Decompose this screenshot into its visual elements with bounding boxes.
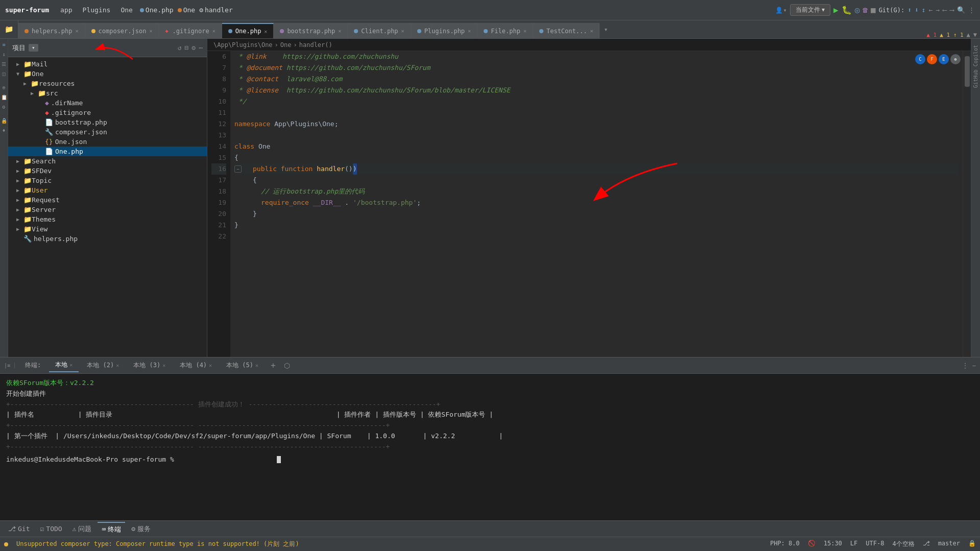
menu-app[interactable]: app [60, 6, 72, 14]
back-icon[interactable]: ← [929, 6, 933, 14]
coverage-icon[interactable]: ◎ [855, 5, 860, 15]
local3-close[interactable]: ✕ [162, 363, 165, 368]
scrollbar[interactable] [963, 51, 971, 357]
tool-tab-issues[interactable]: ⚠ 问题 [68, 522, 96, 536]
tool-tab-todo[interactable]: ☑ TODO [36, 523, 66, 535]
filetree-dropdown[interactable]: ▾ [29, 44, 38, 52]
tool-tab-services[interactable]: ⚙ 服务 [127, 522, 155, 536]
helpers-close[interactable]: ✕ [75, 28, 78, 34]
scrollbar-thumb[interactable] [965, 56, 970, 87]
vertical-icon7[interactable]: ⚙ [2, 104, 5, 110]
add-terminal-icon[interactable]: + [267, 361, 280, 370]
tab-bootstrap[interactable]: bootstrap.php ✕ [274, 23, 348, 38]
vertical-icon6[interactable]: 📋 [1, 94, 7, 100]
tab-onephp[interactable]: One.php ✕ [222, 23, 274, 38]
terminal-input[interactable] [174, 456, 276, 463]
tab-gitignore[interactable]: ◆ .gitignore ✕ [159, 23, 222, 38]
tab-local2[interactable]: 本地 (2) ✕ [81, 359, 125, 372]
tab-local5[interactable]: 本地 (5) ✕ [220, 359, 265, 372]
tab-client[interactable]: Client.php ✕ [348, 23, 411, 38]
other-icon[interactable]: ⊕ [950, 54, 961, 64]
more-tabs-icon[interactable]: ▾ [600, 26, 612, 33]
tab-helpers[interactable]: helpers.php ✕ [18, 23, 85, 38]
vertical-icon8[interactable]: 🔒 [1, 118, 7, 124]
tree-item-onejson[interactable]: {} One.json [8, 137, 207, 147]
github-copilot-label[interactable]: GitHub Copilot [973, 45, 978, 88]
forward-icon[interactable]: → [936, 6, 940, 14]
testcont-close[interactable]: ✕ [590, 28, 593, 34]
vertical-icon3[interactable]: ☰ [2, 61, 6, 67]
git-pull-icon[interactable]: ⬇ [915, 6, 919, 14]
menu-onephp[interactable]: One.php [140, 6, 174, 14]
local4-close[interactable]: ✕ [209, 363, 212, 368]
fold-icon[interactable]: − [234, 165, 242, 173]
terminal-minimize-icon[interactable]: − [972, 362, 976, 369]
tree-item-onephp[interactable]: 📄 One.php [8, 147, 207, 156]
term-icon-left[interactable]: |≡ [4, 363, 10, 368]
expand-terminal-icon[interactable]: ⬡ [282, 362, 292, 370]
tab-local3[interactable]: 本地 (3) ✕ [127, 359, 172, 372]
git-btn[interactable]: Git(G): [879, 7, 905, 14]
tree-item-themes[interactable]: ▶ 📁 Themes [8, 214, 207, 224]
tree-item-view[interactable]: ▶ 📁 View [8, 224, 207, 234]
code-editor[interactable]: * @link https://github.com/zhuchunshu * … [230, 51, 963, 357]
structure-icon[interactable]: ≡ [2, 42, 5, 47]
vertical-icon9[interactable]: ♦ [2, 128, 5, 133]
chromium-icon[interactable]: C [915, 54, 925, 64]
settings-icon[interactable]: ⚙ [192, 44, 196, 52]
local2-close[interactable]: ✕ [116, 363, 119, 368]
edge-icon[interactable]: E [939, 54, 949, 64]
file-close[interactable]: ✕ [523, 28, 527, 34]
gitignore-close[interactable]: ✕ [212, 28, 216, 34]
collapse-icon[interactable]: ⊟ [185, 44, 189, 52]
tree-item-request[interactable]: ▶ 📁 Request [8, 195, 207, 205]
current-file-btn[interactable]: 当前文件 ▾ [790, 4, 830, 16]
tab-local4[interactable]: 本地 (4) ✕ [174, 359, 218, 372]
terminal-more-icon[interactable]: ⋮ [962, 362, 968, 369]
tree-item-resources[interactable]: ▶ 📁 resources [8, 79, 207, 88]
fwd2-icon[interactable]: ⟶ [950, 6, 954, 14]
more-icon[interactable]: ⋯ [199, 44, 203, 52]
vertical-icon4[interactable]: ◫ [2, 71, 5, 77]
run-icon[interactable]: ▶ [833, 5, 839, 15]
tree-item-one[interactable]: ▼ 📁 One [8, 69, 207, 79]
tab-composer[interactable]: composer.json ✕ [85, 23, 159, 38]
person-icon[interactable]: 👤▾ [775, 7, 786, 14]
tree-item-mail[interactable]: ▶ 📁 Mail [8, 59, 207, 69]
down-icon[interactable]: ▼ [973, 31, 977, 38]
tree-item-search[interactable]: ▶ 📁 Search [8, 156, 207, 166]
tree-item-server[interactable]: ▶ 📁 Server [8, 205, 207, 214]
more-icon[interactable]: ⋮ [968, 6, 975, 14]
menu-one2[interactable]: One [178, 6, 195, 14]
debug-icon[interactable]: 🐛 [842, 5, 852, 15]
stop-icon[interactable]: ■ [871, 5, 876, 15]
onephp-close[interactable]: ✕ [264, 29, 267, 34]
firefox-icon[interactable]: F [927, 54, 937, 64]
back2-icon[interactable]: ⟵ [943, 6, 947, 14]
menu-one[interactable]: One [121, 6, 132, 14]
tab-terminal-local[interactable]: 终端: [19, 359, 47, 372]
bootstrap-close[interactable]: ✕ [338, 28, 341, 34]
tree-item-helpers[interactable]: 🔧 helpers.php [8, 234, 207, 244]
up-icon[interactable]: ▲ [967, 31, 970, 38]
local-close[interactable]: ✕ [69, 362, 73, 368]
tree-item-dirname[interactable]: ◆ .dirName [8, 98, 207, 108]
tree-item-topic[interactable]: ▶ 📁 Topic [8, 176, 207, 185]
menu-handler[interactable]: ⚙ handler [199, 6, 233, 14]
tab-file[interactable]: File.php ✕ [477, 23, 533, 38]
tab-plugins[interactable]: Plugins.php ✕ [411, 23, 478, 38]
tree-item-bootstrap[interactable]: 📄 bootstrap.php [8, 117, 207, 127]
search-icon[interactable]: 🔍 [957, 6, 965, 14]
tab-local[interactable]: 本地 ✕ [49, 358, 79, 372]
plugins-close[interactable]: ✕ [468, 28, 471, 34]
tree-item-src[interactable]: ▶ 📁 src [8, 88, 207, 98]
tool-tab-git[interactable]: ⎇ Git [4, 523, 34, 535]
composer-close[interactable]: ✕ [149, 28, 152, 34]
tool-tab-terminal[interactable]: ⌨ 终端 [98, 522, 125, 536]
menu-plugins[interactable]: Plugins [83, 6, 111, 14]
vertical-icon2[interactable]: ↕ [2, 52, 5, 57]
terminal-content[interactable]: 依赖SForum版本号：v2.2.2 开始创建插件 +-------------… [0, 374, 980, 520]
git-fetch-icon[interactable]: ↕ [922, 6, 926, 14]
git-push-icon[interactable]: ⬆ [907, 6, 912, 14]
profile-icon[interactable]: ☎ [863, 5, 868, 15]
